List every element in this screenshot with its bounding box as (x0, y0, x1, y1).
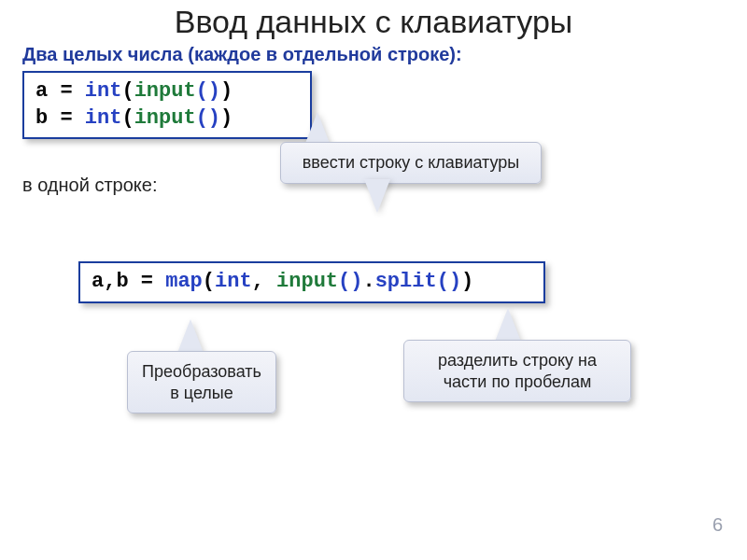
fn-int: int (215, 270, 252, 293)
subtitle: Два целых числа (каждое в отдельной стро… (22, 44, 747, 65)
paren-pair: () (196, 79, 220, 103)
callout-pointer-icon (177, 319, 204, 353)
lparen: ( (121, 79, 134, 103)
vars-ab: a,b (92, 270, 129, 293)
paren-pair: () (196, 106, 220, 130)
page-number: 6 (712, 514, 723, 536)
dot: . (362, 270, 374, 293)
code-block-two-lines: a = int(input()) b = int(input()) (22, 71, 312, 139)
lparen: ( (203, 270, 215, 293)
callout-pointer-icon (364, 179, 390, 213)
rparen: ) (461, 270, 473, 293)
rparen: ) (220, 79, 233, 103)
rparen: ) (220, 106, 233, 130)
fn-input: input (134, 79, 196, 103)
paren-pair: () (437, 270, 461, 293)
callout-pointer-icon (495, 308, 521, 342)
lparen: ( (121, 106, 134, 130)
eq: = (48, 106, 85, 130)
fn-int: int (85, 79, 122, 103)
eq: = (129, 270, 166, 293)
slide-title: Ввод данных с клавиатуры (0, 4, 747, 40)
callout-convert-int: Преобразовать в целые (127, 351, 276, 413)
eq: = (48, 79, 85, 103)
var-b: b (35, 106, 48, 130)
fn-int: int (85, 106, 122, 130)
paren-pair: () (338, 270, 362, 293)
callout-split-spaces: разделить строку на части по пробелам (403, 340, 631, 402)
fn-map: map (165, 270, 203, 293)
fn-input: input (276, 270, 338, 293)
callout-input-string: ввести строку с клавиатуры (280, 142, 542, 184)
code-block-one-line: a,b = map(int, input().split()) (78, 261, 545, 303)
fn-split: split (375, 270, 437, 293)
callout-pointer-icon (304, 112, 331, 146)
fn-input: input (134, 106, 196, 130)
var-a: a (35, 79, 48, 103)
comma: , (252, 270, 276, 293)
